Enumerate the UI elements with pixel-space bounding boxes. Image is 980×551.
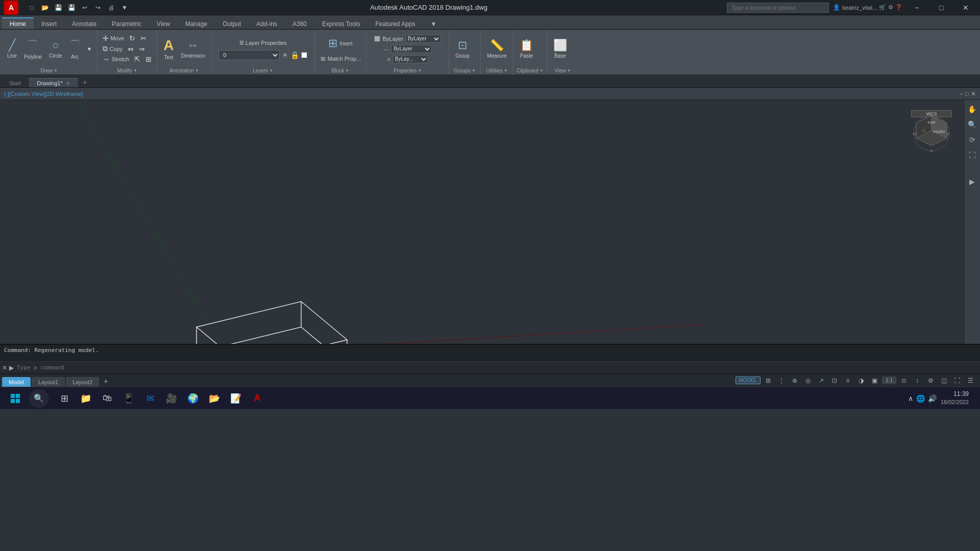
cmd-arrow-icon[interactable]: ▶ xyxy=(9,364,14,371)
properties-group-label[interactable]: Properties▼ xyxy=(370,67,446,74)
taskview-app[interactable]: ⊞ xyxy=(55,389,74,408)
tab-manage[interactable]: Manage xyxy=(178,18,215,29)
selection-btn[interactable]: ▣ xyxy=(869,375,880,386)
command-input[interactable] xyxy=(17,364,978,371)
save-button[interactable]: 💾 xyxy=(52,2,64,14)
clipboard-group-label[interactable]: Clipboard▼ xyxy=(517,67,544,74)
drawing-canvas[interactable]: Z X xyxy=(0,100,980,344)
tab-parametric[interactable]: Parametric xyxy=(104,18,149,29)
annotation-text-button[interactable]: A Text xyxy=(160,35,177,62)
pan-tool[interactable]: ✋ xyxy=(965,102,979,116)
modify-stretch-button[interactable]: ↔ Stretch xyxy=(101,55,131,64)
modify-array-button[interactable]: ⊞ xyxy=(143,55,154,64)
expand-tool[interactable]: ▶ xyxy=(965,174,979,189)
snap-btn[interactable]: ⋮ xyxy=(776,375,787,386)
qa-dropdown[interactable]: ▼ xyxy=(118,2,131,14)
block-insert-button[interactable]: ⊞ Insert xyxy=(325,35,355,52)
modify-copy-button[interactable]: ⧉ Copy xyxy=(101,44,125,54)
close-button[interactable]: ✕ xyxy=(955,0,976,15)
save-as-button[interactable]: 💾 xyxy=(65,2,78,14)
view-group-label[interactable]: View▼ xyxy=(550,67,576,74)
modify-mirror-button[interactable]: ⇔ xyxy=(126,44,136,54)
volume-icon[interactable]: 🔊 xyxy=(928,394,937,403)
tab-express-tools[interactable]: Express Tools xyxy=(314,18,368,29)
zoom-app[interactable]: 🎥 xyxy=(162,389,181,408)
measure-button[interactable]: 📏 Measure xyxy=(484,37,510,61)
annotation-scale-btn[interactable]: 1:1 xyxy=(882,377,896,384)
fullscreen-tool[interactable]: ⛶ xyxy=(965,148,979,162)
layers-group-label[interactable]: Layers▼ xyxy=(215,67,311,74)
object-snap-btn[interactable]: ◎ xyxy=(802,375,814,386)
clock[interactable]: 11:39 18/02/2022 xyxy=(941,390,969,406)
network-icon[interactable]: 🌐 xyxy=(916,394,925,403)
minimize-button[interactable]: − xyxy=(906,0,927,15)
polar-btn[interactable]: ⊕ xyxy=(789,375,800,386)
close-cmd-icon[interactable]: ✕ xyxy=(2,364,7,371)
add-layout-button[interactable]: + xyxy=(100,375,111,387)
chrome-app[interactable]: 🌍 xyxy=(184,389,202,408)
phone-app[interactable]: 📱 xyxy=(119,389,138,408)
annotation-visibility-btn[interactable]: ⊙ xyxy=(898,375,910,386)
tab-addins[interactable]: Add-ins xyxy=(249,18,285,29)
viewport-maximize[interactable]: □ xyxy=(965,90,969,97)
start-button[interactable] xyxy=(4,387,27,410)
group-button[interactable]: ⊡ Group xyxy=(452,37,473,61)
lineweight-btn[interactable]: ≡ xyxy=(842,375,853,386)
annotation-dimension-button[interactable]: ↔ Dimension xyxy=(178,37,208,61)
block-group-label[interactable]: Block▼ xyxy=(318,67,363,74)
orbit-tool[interactable]: ⟳ xyxy=(965,133,979,147)
base-button[interactable]: ⬜ Base xyxy=(550,37,570,61)
tab-insert[interactable]: Insert xyxy=(34,18,64,29)
color-select[interactable]: ByLayer xyxy=(405,35,441,43)
tab-a360[interactable]: A360 xyxy=(285,18,314,29)
close-drawing-icon[interactable]: ✕ xyxy=(66,81,70,86)
groups-group-label[interactable]: Groups▼ xyxy=(452,67,477,74)
modify-move-button[interactable]: ✛ Move xyxy=(101,34,126,43)
customize-btn[interactable]: ☰ xyxy=(965,375,976,386)
layout-tab-model[interactable]: Model xyxy=(2,377,31,387)
chevron-up-icon[interactable]: ∧ xyxy=(908,394,913,403)
draw-circle-button[interactable]: ○ Circle xyxy=(46,37,65,61)
tab-output[interactable]: Output xyxy=(215,18,249,29)
print-button[interactable]: 🖨 xyxy=(105,2,117,14)
draw-more-button[interactable]: ▼ xyxy=(85,45,94,53)
viewcube[interactable]: TOP FRONT N E S W ◁ ▷ WCS xyxy=(911,110,952,156)
store-app[interactable]: 🛍 xyxy=(98,389,116,408)
undo-button[interactable]: ↩ xyxy=(79,2,91,14)
tab-featured-apps[interactable]: Featured Apps xyxy=(368,18,423,29)
draw-arc-button[interactable]: ⌒ Arc xyxy=(66,36,84,62)
viewport-close[interactable]: ✕ xyxy=(971,90,976,97)
draw-line-button[interactable]: ╱ Line xyxy=(4,37,20,61)
modify-group-label[interactable]: Modify▼ xyxy=(101,67,154,74)
redo-button[interactable]: ↪ xyxy=(92,2,104,14)
tab-more[interactable]: ▼ xyxy=(423,18,445,29)
fullscreen-btn[interactable]: ⛶ xyxy=(951,375,963,386)
linetype-select[interactable]: ByLayer xyxy=(391,45,432,53)
taskbar-search[interactable]: 🔍 xyxy=(29,389,49,408)
utilities-group-label[interactable]: Utilities▼ xyxy=(484,67,510,74)
modify-rotate-button[interactable]: ↻ xyxy=(127,34,137,43)
tab-annotate[interactable]: Annotate xyxy=(64,18,104,29)
new-button[interactable]: □ xyxy=(26,2,38,14)
tab-view[interactable]: View xyxy=(149,18,178,29)
annotation-group-label[interactable]: Annotation▼ xyxy=(160,67,208,74)
layout-tab-layout2[interactable]: Layout2 xyxy=(66,377,99,387)
draw-polyline-button[interactable]: ⌒ Polyline xyxy=(21,36,45,62)
add-tab-button[interactable]: + xyxy=(79,77,91,87)
autocad-app[interactable]: A xyxy=(248,389,266,408)
notes-app[interactable]: 📝 xyxy=(227,389,245,408)
paste-button[interactable]: 📋 Paste xyxy=(517,37,536,61)
file-explorer-app[interactable]: 📁 xyxy=(77,389,95,408)
mail-app[interactable]: ✉ xyxy=(141,389,159,408)
tab-drawing1[interactable]: Drawing1* ✕ xyxy=(29,78,78,87)
layer-dropdown[interactable]: 0 xyxy=(218,50,280,60)
layer-properties-button[interactable]: ≡ Layer Properties xyxy=(237,38,289,48)
autoscale-btn[interactable]: ↕ xyxy=(912,375,923,386)
open-button[interactable]: 📂 xyxy=(39,2,51,14)
tab-start[interactable]: Start xyxy=(2,79,28,87)
viewport-area[interactable]: Z X xyxy=(0,100,980,344)
search-input[interactable] xyxy=(727,3,829,13)
modify-trim-button[interactable]: ✂ xyxy=(138,34,149,43)
tab-home[interactable]: Home xyxy=(2,17,34,29)
layout-tab-layout1[interactable]: Layout1 xyxy=(32,377,65,387)
